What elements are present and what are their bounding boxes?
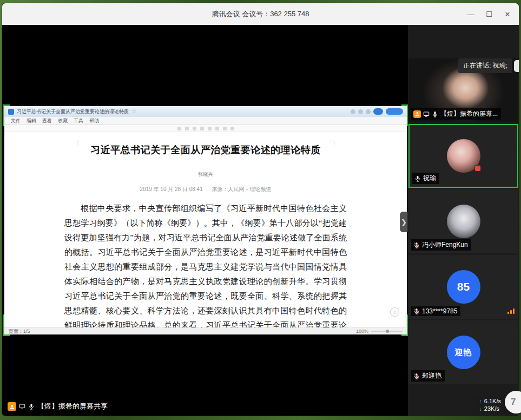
remote-browser-tab-bar: 习近平总书记关于全面从严治党重要论述的理论特质 ☆ (4, 106, 407, 117)
close-button[interactable]: ✕ (498, 3, 517, 25)
zoom-slider-knob (386, 330, 389, 333)
participant-name-label: 祝瑜 (412, 173, 439, 184)
mic-muted-icon (413, 308, 420, 314)
participant-name: 133****9785 (422, 307, 457, 315)
screenshare-icon (423, 111, 430, 117)
minimize-button[interactable]: — (461, 3, 480, 25)
window-title: 腾讯会议 会议号：362 255 748 (212, 9, 309, 19)
titlebar[interactable]: 腾讯会议 会议号：362 255 748 — ☐ ✕ (2, 3, 519, 25)
toolbar-icon (223, 127, 227, 130)
mic-icon (28, 403, 35, 410)
crop-mark (329, 141, 334, 146)
upload-speed: 6.1K/s (484, 398, 501, 404)
toolbar-icon (200, 127, 204, 130)
participant-avatar: 85 (447, 270, 480, 304)
screenshare-icon (19, 403, 25, 410)
menu-item: 帮助 (89, 117, 99, 124)
presenter-badge-icon (8, 402, 16, 411)
network-signal-icon (507, 309, 515, 314)
browser-extension-icon (358, 109, 363, 114)
remote-menu-bar: 文件 编辑 查看 收藏 工具 帮助 (4, 117, 407, 125)
remote-format-toolbar (4, 125, 407, 132)
toolbar-icon (208, 127, 212, 130)
toolbar-icon (215, 127, 219, 130)
avatar-initials: 迎艳 (455, 347, 472, 358)
mic-icon (414, 175, 421, 182)
avatar-initials: 85 (457, 280, 470, 293)
download-speed: 23K/s (484, 405, 499, 412)
participant-tile[interactable]: 冯小师FengKun (408, 189, 518, 253)
doc-dateline: 2019 年 10 月 28 日 08:41 来源：人民网－理论频道 (64, 186, 347, 193)
participant-name-label: 冯小师FengKun (411, 239, 471, 251)
screen-share-stage: 习近平总书记关于全面从严治党重要论述的理论特质 ☆ 文件 编辑 查看 收藏 工具… (2, 25, 408, 416)
participant-tile[interactable]: 迎艳 郑迎艳 (408, 320, 518, 384)
participant-name: 郑迎艳 (422, 371, 441, 380)
browser-action-button (386, 108, 403, 115)
camera-off-indicator-icon (474, 165, 481, 172)
upload-stat: ↑ 6.1K/s (479, 398, 501, 404)
browser-extension-icon (366, 109, 371, 114)
page-indicator: 页面：1/5 (9, 328, 30, 335)
panel-spacer (408, 25, 519, 58)
download-arrow-icon: ↓ (479, 406, 482, 412)
chevron-right-icon: ❯ (401, 218, 407, 226)
download-stat: ↓ 23K/s (479, 405, 501, 412)
panel-collapse-button[interactable]: ❯ (400, 212, 408, 232)
badge-count: 7 (511, 397, 516, 408)
menu-item: 编辑 (27, 117, 36, 124)
menu-item: 收藏 (58, 117, 68, 124)
doc-source: 来源：人民网－理论频道 (212, 186, 271, 192)
doc-date: 2019 年 10 月 28 日 08:41 (140, 186, 203, 192)
doc-float-widget-icon: ☺ (390, 307, 399, 317)
toolbar-icon (177, 127, 181, 130)
doc-author: 张晓兴 (64, 171, 347, 178)
tooltip-edge-pill[interactable] (514, 60, 519, 72)
participant-avatar (447, 139, 480, 173)
maximize-button[interactable]: ☐ (480, 3, 498, 25)
toolbar-icon (230, 127, 234, 130)
participant-name: 冯小师FengKun (422, 240, 468, 250)
menu-item: 文件 (11, 117, 21, 124)
participant-tile[interactable]: 85 133****9785 (408, 255, 518, 319)
participant-name-label: 【煜】振希的屏幕... (411, 108, 501, 120)
browser-action-button (373, 108, 383, 115)
browser-tab-title: 习近平总书记关于全面从严治党重要论述的理论特质 (17, 108, 129, 115)
window-controls: — ☐ ✕ (461, 3, 517, 25)
capture-corner-bracket (3, 104, 10, 126)
menu-item: 查看 (42, 117, 52, 124)
shared-screen: 习近平总书记关于全面从严治党重要论述的理论特质 ☆ 文件 编辑 查看 收藏 工具… (4, 106, 407, 334)
toolbar-icon (193, 127, 196, 130)
main-area: 习近平总书记关于全面从严治党重要论述的理论特质 ☆ 文件 编辑 查看 收藏 工具… (2, 25, 519, 416)
caption-text: 【煜】振希的屏幕共享 (37, 402, 108, 411)
network-stats: ↑ 6.1K/s ↓ 23K/s (474, 396, 506, 414)
participant-name-label: 郑迎艳 (411, 370, 445, 382)
participants-panel: 正在讲话: 祝瑜; 【煜】振希的屏幕... (408, 25, 519, 416)
presenter-badge-icon (413, 110, 421, 118)
browser-extension-icon (351, 109, 355, 114)
capture-corner-bracket (3, 314, 10, 336)
meeting-window: 腾讯会议 会议号：362 255 748 — ☐ ✕ 习近平总书记关于全面从严治… (2, 3, 519, 416)
menu-item: 工具 (74, 117, 83, 124)
screen-share-caption: 【煜】振希的屏幕共享 (8, 402, 108, 411)
participant-name: 【煜】振希的屏幕... (440, 109, 498, 119)
mic-muted-icon (413, 242, 420, 248)
participant-name-label: 133****9785 (411, 306, 460, 316)
bookmark-star-icon: ☆ (131, 109, 136, 114)
speaking-tooltip: 正在讲话: 祝瑜; (458, 58, 512, 73)
participant-avatar: 迎艳 (447, 336, 480, 369)
zoom-level: 100% (356, 329, 368, 334)
crop-mark (77, 141, 82, 146)
zoom-slider (371, 331, 403, 332)
upload-arrow-icon: ↑ (479, 398, 482, 404)
document-page: 习近平总书记关于全面从严治党重要论述的理论特质 张晓兴 2019 年 10 月 … (4, 132, 407, 327)
participant-tile[interactable]: 祝瑜 (408, 124, 518, 188)
participant-name: 祝瑜 (423, 174, 436, 183)
document-content: 习近平总书记关于全面从严治党重要论述的理论特质 张晓兴 2019 年 10 月 … (64, 132, 347, 327)
participant-avatar (447, 205, 480, 238)
mic-muted-icon (413, 373, 420, 379)
remote-statusbar: 页面：1/5 100% (4, 327, 407, 334)
doc-body-text: 根据中央要求，中央宣传部组织编写了《习近平新时代中国特色社会主义思想学习纲要》（… (64, 201, 347, 327)
zoom-controls: 100% (356, 329, 403, 334)
mic-icon (432, 111, 438, 117)
doc-title: 习近平总书记关于全面从严治党重要论述的理论特质 (64, 143, 347, 157)
